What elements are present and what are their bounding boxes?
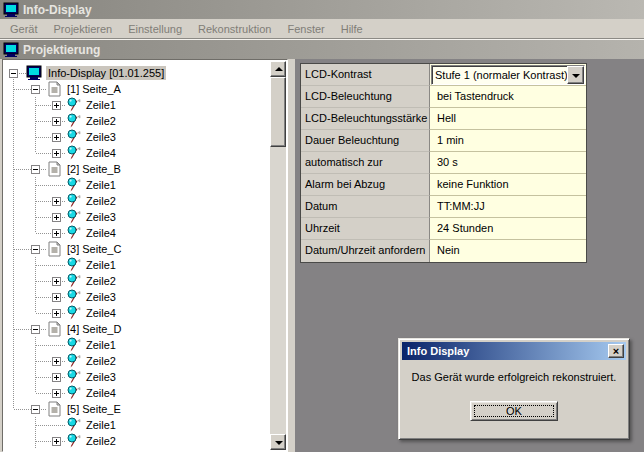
property-value[interactable]: keine Funktion [430, 174, 586, 196]
property-value[interactable]: Nein [430, 240, 586, 262]
tree-item-label[interactable]: Zeile2 [84, 434, 118, 448]
menu-item-0[interactable]: Gerät [2, 21, 46, 37]
tree-item-label[interactable]: Zeile2 [84, 354, 118, 368]
line-icon [66, 129, 82, 145]
tree-item[interactable]: Zeile3 [4, 209, 270, 225]
scroll-up-button[interactable] [270, 61, 286, 77]
tree-item[interactable]: [5] Seite_E [4, 401, 270, 417]
collapse-box-icon[interactable] [31, 245, 40, 254]
tree-item[interactable]: Zeile1 [4, 257, 270, 273]
line-icon [66, 97, 82, 113]
close-icon[interactable]: × [608, 344, 624, 358]
tree-item-label[interactable]: [3] Seite_C [65, 242, 123, 256]
tree-item-label[interactable]: Zeile3 [84, 370, 118, 384]
scroll-down-button[interactable] [270, 434, 286, 450]
tree-item-label[interactable]: Zeile4 [84, 306, 118, 320]
scrollbar-thumb[interactable] [270, 77, 286, 147]
tree-item[interactable]: [3] Seite_C [4, 241, 270, 257]
expand-box-icon[interactable] [52, 389, 61, 398]
property-value[interactable]: Hell [430, 108, 586, 130]
tree-item[interactable]: Zeile1 [4, 337, 270, 353]
tree-item-label[interactable]: Zeile2 [84, 114, 118, 128]
collapse-box-icon[interactable] [31, 405, 40, 414]
tree-item-label[interactable]: [1] Seite_A [65, 82, 123, 96]
expand-box-icon[interactable] [52, 117, 61, 126]
tree-item-label[interactable]: Zeile1 [84, 258, 118, 272]
menu-item-1[interactable]: Projektieren [46, 21, 121, 37]
property-value[interactable]: 1 min [430, 130, 586, 152]
page-icon [46, 161, 62, 177]
expand-box-icon[interactable] [52, 213, 61, 222]
tree-root-item[interactable]: Info-Display [01.01.255] [4, 65, 270, 81]
ok-button[interactable]: OK [470, 401, 558, 421]
tree-item[interactable]: Zeile1 [4, 97, 270, 113]
tree-item-label[interactable]: Zeile2 [84, 274, 118, 288]
line-icon [66, 305, 82, 321]
tree-item[interactable]: Zeile3 [4, 129, 270, 145]
tree-scrollbar[interactable] [270, 61, 286, 450]
tree-item-label[interactable]: [4] Seite_D [65, 322, 123, 336]
tree-item-label[interactable]: Zeile1 [84, 338, 118, 352]
expand-box-icon[interactable] [52, 437, 61, 446]
property-value[interactable]: TT:MM:JJ [430, 196, 586, 218]
expand-box-icon[interactable] [52, 229, 61, 238]
tree-item-label[interactable]: Zeile4 [84, 146, 118, 160]
tree-item-label[interactable]: [5] Seite_E [65, 402, 123, 416]
tree-item-label[interactable]: Zeile3 [84, 130, 118, 144]
expand-box-icon[interactable] [52, 309, 61, 318]
collapse-box-icon[interactable] [31, 85, 40, 94]
line-icon [66, 177, 82, 193]
tree-item[interactable]: Zeile2 [4, 353, 270, 369]
expand-box-icon[interactable] [52, 101, 61, 110]
expand-box-icon[interactable] [52, 277, 61, 286]
tree-item-label[interactable]: Zeile2 [84, 194, 118, 208]
page-icon [46, 241, 62, 257]
contrast-combobox[interactable]: Stufe 1 (normaler Kontrast) [431, 65, 585, 85]
tree-item[interactable]: [1] Seite_A [4, 81, 270, 97]
tree-item[interactable]: Zeile2 [4, 113, 270, 129]
tree-item-label[interactable]: Zeile1 [84, 418, 118, 432]
tree-item[interactable]: Zeile4 [4, 145, 270, 161]
menu-item-3[interactable]: Rekonstruktion [190, 21, 279, 37]
expand-box-icon[interactable] [52, 149, 61, 158]
property-value[interactable]: 30 s [430, 152, 586, 174]
menu-item-5[interactable]: Hilfe [333, 21, 371, 37]
tree-item[interactable]: Zeile2 [4, 433, 270, 449]
line-icon [66, 337, 82, 353]
property-value[interactable]: Stufe 1 (normaler Kontrast) [430, 64, 586, 86]
tree-item-label[interactable]: Info-Display [01.01.255] [46, 66, 166, 80]
property-value[interactable]: 24 Stunden [430, 218, 586, 240]
tree-item-label[interactable]: Zeile4 [84, 386, 118, 400]
collapse-box-icon[interactable] [9, 69, 18, 78]
tree-item-label[interactable]: Zeile3 [84, 210, 118, 224]
expand-box-icon[interactable] [52, 133, 61, 142]
tree-item-label[interactable]: [2] Seite_B [65, 162, 123, 176]
menu-item-4[interactable]: Fenster [279, 21, 332, 37]
tree-item[interactable]: Zeile3 [4, 369, 270, 385]
expand-box-icon[interactable] [52, 293, 61, 302]
tree-item[interactable]: [2] Seite_B [4, 161, 270, 177]
tree-item[interactable]: Zeile2 [4, 273, 270, 289]
tree-item-label[interactable]: Zeile1 [84, 98, 118, 112]
tree-item-label[interactable]: Zeile3 [84, 290, 118, 304]
expand-box-icon[interactable] [52, 197, 61, 206]
combobox-dropdown-button[interactable] [567, 66, 584, 84]
collapse-box-icon[interactable] [31, 165, 40, 174]
property-value[interactable]: bei Tastendruck [430, 86, 586, 108]
tree-item[interactable]: Zeile1 [4, 417, 270, 433]
panel-splitter[interactable] [288, 59, 295, 452]
tree-item[interactable]: Zeile4 [4, 225, 270, 241]
tree-item[interactable]: Zeile4 [4, 305, 270, 321]
tree-item[interactable]: Zeile1 [4, 177, 270, 193]
expand-box-icon[interactable] [52, 373, 61, 382]
menu-item-2[interactable]: Einstellung [120, 21, 190, 37]
collapse-box-icon[interactable] [31, 325, 40, 334]
tree-item[interactable]: Zeile4 [4, 385, 270, 401]
tree-item-label[interactable]: Zeile4 [84, 226, 118, 240]
expand-box-icon[interactable] [52, 357, 61, 366]
tree-item[interactable]: Zeile2 [4, 193, 270, 209]
tree-item-label[interactable]: Zeile1 [84, 178, 118, 192]
property-row: Alarm bei Abzugkeine Funktion [301, 174, 586, 196]
tree-item[interactable]: [4] Seite_D [4, 321, 270, 337]
tree-item[interactable]: Zeile3 [4, 289, 270, 305]
